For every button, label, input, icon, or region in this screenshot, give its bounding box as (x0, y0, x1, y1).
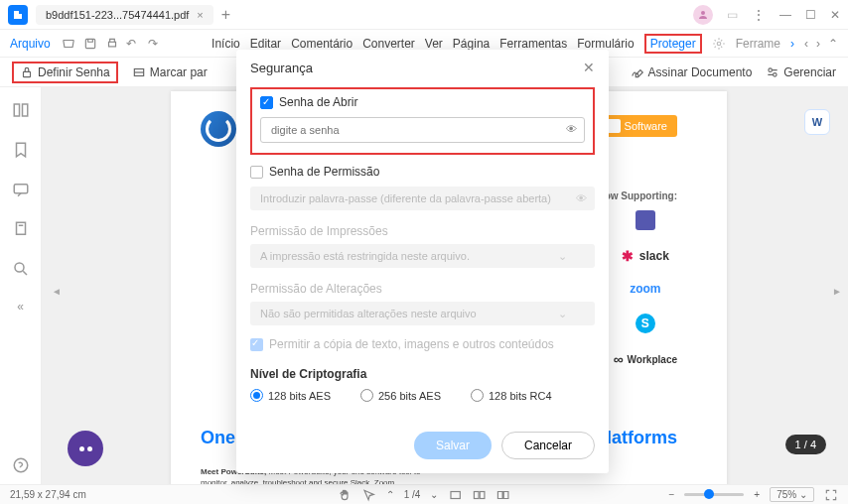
svg-point-12 (15, 263, 24, 272)
manage-button[interactable]: Gerenciar (766, 65, 836, 79)
gear-icon[interactable] (712, 37, 726, 51)
dialog-title: Segurança (250, 61, 313, 75)
more-icon[interactable]: ⋮ (752, 7, 766, 23)
export-word-icon[interactable]: W (804, 109, 830, 135)
close-tab-icon[interactable]: × (197, 9, 203, 21)
radio-128-aes[interactable]: 128 bits AES (250, 389, 331, 402)
zoom-in-icon[interactable]: + (754, 489, 760, 500)
page-number[interactable]: 1 /4 (404, 489, 421, 500)
cancel-button[interactable]: Cancelar (501, 432, 595, 459)
toggle-visibility-icon[interactable]: 👁 (566, 123, 577, 135)
svg-rect-4 (24, 71, 31, 76)
radio-128-rc4[interactable]: 128 bits RC4 (471, 389, 552, 402)
menu-proteger[interactable]: Proteger (644, 34, 702, 54)
radio-256-aes[interactable]: 256 bits AES (360, 389, 441, 402)
notifications-icon[interactable]: ▭ (727, 8, 738, 22)
status-bar: 21,59 x 27,94 cm ⌃ 1 /4 ⌄ − + 75% ⌄ (0, 484, 848, 504)
thumbnails-icon[interactable] (12, 101, 30, 119)
bookmark-icon[interactable] (12, 141, 30, 159)
menu-converter[interactable]: Converter (362, 37, 415, 51)
window-close[interactable]: ✕ (830, 8, 840, 22)
menu-ferrame-truncated[interactable]: Ferrame (736, 37, 780, 51)
fullscreen-icon[interactable] (824, 488, 838, 502)
toggle-visibility-icon-2: 👁 (576, 192, 587, 204)
svg-rect-8 (14, 104, 19, 116)
save-button[interactable]: Salvar (414, 432, 492, 459)
window-minimize[interactable]: — (779, 8, 791, 22)
zoom-value[interactable]: 75% ⌄ (770, 487, 814, 502)
open-icon[interactable] (61, 37, 76, 51)
reading-mode-icon[interactable] (495, 488, 509, 502)
sign-document-button[interactable]: Assinar Documento (631, 65, 753, 79)
left-sidebar: « (0, 87, 42, 484)
zoom-slider[interactable] (684, 493, 744, 496)
redo-icon[interactable]: ↷ (148, 37, 164, 51)
scroll-next-icon[interactable]: ► (832, 286, 842, 297)
tab-title: b9ddf151-223...75474441.pdf (46, 9, 189, 21)
attachment-icon[interactable] (12, 220, 30, 238)
signature-icon (631, 65, 644, 79)
nav-fwd-icon[interactable]: › (816, 37, 820, 51)
zoom-out-icon[interactable]: − (669, 489, 675, 500)
open-password-checkbox[interactable] (260, 96, 273, 109)
manage-icon (766, 65, 779, 79)
nav-back-icon[interactable]: ‹ (804, 37, 808, 51)
collapse-sidebar-icon[interactable]: « (12, 300, 30, 317)
svg-rect-2 (108, 42, 115, 47)
allow-copy-label: Permitir a cópia de texto, imagens e out… (269, 337, 554, 351)
page-indicator-badge[interactable]: 1 / 4 (785, 435, 826, 454)
undo-icon[interactable]: ↶ (126, 37, 142, 51)
encryption-level-label: Nível de Criptografia (250, 367, 595, 381)
menu-pagina[interactable]: Página (453, 37, 490, 51)
teams-icon (636, 210, 655, 230)
menu-comentario[interactable]: Comentário (291, 37, 353, 51)
sign-label: Assinar Documento (648, 65, 753, 79)
allow-copy-checkbox (250, 338, 263, 351)
assistant-bubble[interactable] (68, 431, 103, 466)
view-mode-icon[interactable] (472, 488, 486, 502)
search-icon[interactable] (12, 260, 30, 278)
change-permission-select: Não são permitidas alterações neste arqu… (250, 302, 595, 325)
comment-icon[interactable] (12, 181, 30, 198)
help-icon[interactable] (12, 456, 30, 474)
menu-ferramentas[interactable]: Ferramentas (499, 37, 567, 51)
svg-rect-10 (14, 185, 28, 193)
window-maximize[interactable]: ☐ (805, 8, 816, 22)
next-page-icon[interactable]: ⌄ (430, 489, 438, 500)
svg-point-7 (774, 72, 777, 76)
svg-point-0 (701, 11, 705, 15)
brand-logo-icon (201, 111, 236, 147)
menu-ver[interactable]: Ver (425, 37, 443, 51)
prev-page-icon[interactable]: ⌃ (386, 489, 394, 500)
svg-rect-14 (451, 491, 460, 498)
redact-icon (132, 65, 146, 79)
scroll-prev-icon[interactable]: ◄ (52, 286, 62, 297)
svg-rect-9 (22, 104, 27, 116)
file-menu[interactable]: Arquivo (10, 37, 51, 51)
fit-width-icon[interactable] (448, 488, 462, 502)
hand-tool-icon[interactable] (339, 488, 353, 502)
open-password-input[interactable] (260, 117, 585, 143)
svg-rect-16 (480, 491, 485, 498)
open-password-label: Senha de Abrir (279, 95, 357, 109)
select-tool-icon[interactable] (362, 488, 376, 502)
set-password-button[interactable]: Definir Senha (12, 62, 118, 83)
user-avatar[interactable] (693, 5, 713, 25)
perm-password-checkbox[interactable] (250, 166, 263, 179)
new-tab-button[interactable]: + (221, 6, 230, 24)
workplace-logo: ∞Workplace (614, 351, 677, 367)
menu-overflow-icon[interactable]: › (790, 37, 794, 51)
print-icon[interactable] (104, 37, 120, 51)
perm-password-input: Introduzir palavra-passe (diferente da p… (250, 187, 595, 210)
menu-inicio[interactable]: Início (212, 37, 240, 51)
svg-point-3 (717, 42, 721, 46)
menu-editar[interactable]: Editar (250, 37, 281, 51)
collapse-ribbon-icon[interactable]: ⌃ (828, 37, 838, 51)
mark-label: Marcar par (150, 65, 208, 79)
document-tab[interactable]: b9ddf151-223...75474441.pdf × (36, 5, 213, 25)
mark-redaction-button[interactable]: Marcar par (132, 65, 208, 79)
save-icon[interactable] (82, 37, 98, 51)
menu-formulario[interactable]: Formulário (577, 37, 634, 51)
dialog-close-icon[interactable]: ✕ (583, 60, 595, 75)
slack-logo: slack (622, 248, 669, 264)
